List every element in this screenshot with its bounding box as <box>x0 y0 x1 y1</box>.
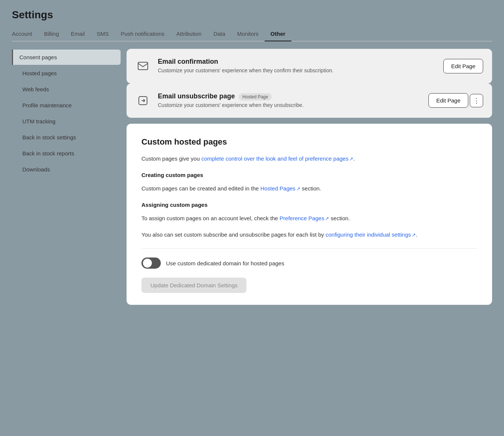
page-title: Settings <box>12 9 492 21</box>
external-link-icon-2: ↗ <box>296 186 300 192</box>
also-suffix: . <box>416 231 417 238</box>
hosted-pages-link[interactable]: Hosted Pages↗ <box>260 185 300 192</box>
card-actions-email-unsubscribe: Edit Page⋮ <box>428 93 483 108</box>
envelope-icon <box>135 59 150 73</box>
toggle-label: Use custom dedicated domain for hosted p… <box>166 260 284 266</box>
sidebar-item-profile-maintenance[interactable]: Profile maintenance <box>15 98 121 113</box>
intro-paragraph: Custom pages give you complete control o… <box>141 154 477 163</box>
toggle-track[interactable] <box>141 258 161 269</box>
panel-body: Custom pages give you complete control o… <box>141 154 477 239</box>
also-paragraph: You also can set custom subscribe and un… <box>141 230 477 239</box>
assigning-paragraph: To assign custom pages on an account lev… <box>141 214 477 223</box>
creating-suffix: section. <box>300 185 321 192</box>
assigning-title: Assigning custom pages <box>141 200 477 209</box>
edit-page-button-email-confirmation[interactable]: Edit Page <box>443 59 483 73</box>
sidebar-item-web-feeds[interactable]: Web feeds <box>15 82 121 97</box>
preference-pages-link[interactable]: Preference Pages↗ <box>280 215 329 221</box>
nav-item-email[interactable]: Email <box>65 27 91 41</box>
nav-item-other[interactable]: Other <box>265 27 291 41</box>
card-email-confirmation: Email confirmationCustomize your custome… <box>127 49 492 83</box>
nav-item-account[interactable]: Account <box>12 27 38 41</box>
sidebar-item-hosted-pages[interactable]: Hosted pages <box>15 66 121 81</box>
nav-item-monitors[interactable]: Monitors <box>231 27 265 41</box>
card-email-unsubscribe: Email unsubscribe pageHosted PageCustomi… <box>127 83 492 118</box>
sidebar-item-downloads[interactable]: Downloads <box>15 162 121 177</box>
nav-item-sms[interactable]: SMS <box>91 27 115 41</box>
edit-page-button-email-unsubscribe[interactable]: Edit Page <box>428 93 468 108</box>
also-body: You also can set custom subscribe and un… <box>141 231 326 238</box>
sidebar-item-consent-pages[interactable]: Consent pages <box>12 50 121 65</box>
assigning-body: To assign custom pages on an account lev… <box>141 215 280 221</box>
creating-title: Creating custom pages <box>141 171 477 180</box>
sidebar-item-utm-tracking[interactable]: UTM tracking <box>15 114 121 129</box>
card-title-email-unsubscribe: Email unsubscribe page <box>158 92 235 100</box>
nav-item-push-notifications[interactable]: Push notifications <box>115 27 170 41</box>
sidebar-item-back-in-stock-settings[interactable]: Back in stock settings <box>15 130 121 145</box>
custom-domain-toggle[interactable] <box>141 258 161 269</box>
external-link-icon-4: ↗ <box>412 232 416 238</box>
intro-link[interactable]: complete control over the look and feel … <box>201 155 353 162</box>
external-link-icon-1: ↗ <box>349 156 353 162</box>
card-actions-email-confirmation: Edit Page <box>443 59 483 73</box>
sidebar-item-back-in-stock-reports[interactable]: Back in stock reports <box>15 146 121 161</box>
card-title-row-email-confirmation: Email confirmation <box>158 58 436 67</box>
main-content: Email confirmationCustomize your custome… <box>124 41 492 312</box>
panel-title: Custom hosted pages <box>141 137 477 147</box>
sidebar: Consent pagesHosted pagesWeb feedsProfil… <box>12 41 124 312</box>
card-desc-email-unsubscribe: Customize your customers' experience whe… <box>158 102 421 109</box>
toggle-row: Use custom dedicated domain for hosted p… <box>141 258 477 269</box>
card-desc-email-confirmation: Customize your customers' experience whe… <box>158 67 436 75</box>
intro-suffix: . <box>353 155 355 162</box>
nav-item-attribution[interactable]: Attribution <box>170 27 208 41</box>
individual-settings-link[interactable]: configuring their individual settings↗ <box>326 231 416 238</box>
creating-paragraph: Custom pages can be created and edited i… <box>141 184 477 193</box>
arrow-right-box-icon <box>135 93 150 108</box>
intro-text: Custom pages give you <box>141 155 201 162</box>
creating-body: Custom pages can be created and edited i… <box>141 185 260 192</box>
assigning-suffix: section. <box>329 215 350 221</box>
top-nav: AccountBillingEmailSMSPush notifications… <box>12 27 492 41</box>
toggle-thumb <box>143 259 152 268</box>
card-title-row-email-unsubscribe: Email unsubscribe pageHosted Page <box>158 92 421 102</box>
card-badge-email-unsubscribe: Hosted Page <box>239 93 272 101</box>
card-text-email-confirmation: Email confirmationCustomize your custome… <box>158 58 436 75</box>
custom-hosted-pages-panel: Custom hosted pages Custom pages give yo… <box>127 124 492 305</box>
update-domain-button[interactable]: Update Dedicated Domain Settings <box>141 278 246 293</box>
svg-rect-0 <box>138 62 148 70</box>
card-text-email-unsubscribe: Email unsubscribe pageHosted PageCustomi… <box>158 92 421 109</box>
more-options-button-email-unsubscribe[interactable]: ⋮ <box>470 94 483 107</box>
nav-item-billing[interactable]: Billing <box>38 27 65 41</box>
card-title-email-confirmation: Email confirmation <box>158 58 218 66</box>
external-link-icon-3: ↗ <box>325 216 329 221</box>
panel-divider <box>141 248 477 249</box>
nav-item-data[interactable]: Data <box>207 27 231 41</box>
